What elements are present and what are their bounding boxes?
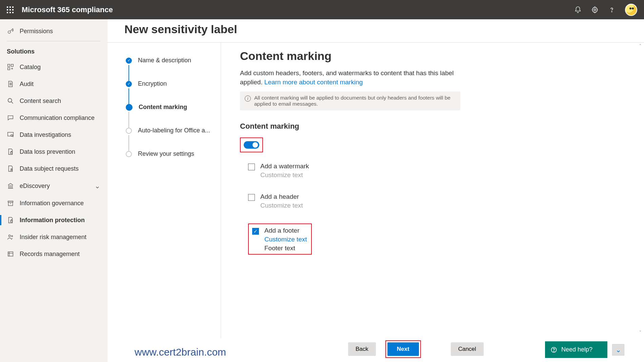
notification-icon[interactable] (574, 6, 582, 14)
app-launcher-icon[interactable] (7, 6, 14, 13)
top-bar: Microsoft 365 compliance (0, 0, 644, 19)
sidebar-item-audit[interactable]: Audit (0, 76, 107, 92)
sidebar-item-communication-compliance[interactable]: Communication compliance (0, 109, 107, 126)
scroll-down-icon[interactable]: ˅ (638, 330, 643, 335)
checkbox-footer[interactable]: ✓ (252, 228, 259, 235)
sidebar-heading-solutions: Solutions (0, 43, 107, 59)
svg-rect-4 (11, 64, 13, 66)
grid-plus-icon (7, 63, 14, 71)
svg-rect-5 (8, 68, 10, 70)
document-list-icon (7, 80, 14, 88)
content-marking-toggle[interactable] (244, 141, 259, 149)
records-icon (7, 250, 14, 258)
svg-point-18 (554, 351, 554, 351)
document-shield-icon (7, 216, 14, 224)
step-label: Encryption (138, 80, 167, 87)
top-bar-left: Microsoft 365 compliance (7, 5, 113, 14)
step-name-description[interactable]: ✓ Name & description (126, 57, 214, 64)
sidebar-item-permissions[interactable]: Permissions (0, 23, 107, 40)
top-bar-right (574, 4, 637, 16)
sidebar-item-label: Information protection (20, 217, 85, 224)
svg-point-2 (8, 31, 11, 33)
toggle-knob (253, 142, 258, 148)
sidebar-item-label: Catalog (20, 64, 41, 71)
sidebar-item-label: Records management (20, 251, 80, 258)
chat-icon (7, 114, 14, 122)
wizard-buttons: Back Next Cancel (348, 340, 484, 358)
section-subtitle: Content marking (240, 122, 628, 131)
svg-rect-16 (8, 252, 13, 256)
svg-rect-13 (11, 220, 13, 222)
sidebar-item-data-investigations[interactable]: Data investigations (0, 126, 107, 143)
back-button[interactable]: Back (348, 342, 376, 356)
brand-title: Microsoft 365 compliance (22, 5, 113, 14)
svg-rect-12 (8, 202, 13, 206)
customize-text-disabled: Customize text (260, 202, 303, 209)
people-icon (7, 233, 14, 241)
cancel-button[interactable]: Cancel (451, 342, 484, 356)
sidebar-item-label: Content search (20, 98, 61, 105)
option-watermark: Add a watermark Customize text (248, 163, 628, 179)
learn-more-link[interactable]: Learn more about content marking (264, 79, 363, 86)
step-label: Auto-labeling for Office a... (138, 127, 210, 134)
pane-title: Content marking (240, 49, 628, 63)
document-lock-icon (7, 148, 14, 155)
sidebar-item-records-management[interactable]: Records management (0, 246, 107, 262)
step-review[interactable]: Review your settings (126, 150, 214, 157)
sidebar-item-insider-risk-management[interactable]: Insider risk management (0, 229, 107, 246)
info-icon: i (245, 95, 251, 102)
sidebar-item-data-subject-requests[interactable]: Data subject requests (0, 160, 107, 177)
sidebar-item-information-protection[interactable]: Information protection (0, 212, 107, 229)
highlight-toggle (240, 137, 263, 152)
option-texts: Add a footer Customize text Footer text (264, 227, 307, 252)
step-label: Name & description (138, 57, 191, 64)
archive-icon (7, 199, 14, 207)
scroll-up-icon[interactable]: ˄ (638, 44, 643, 48)
marking-options: Add a watermark Customize text Add a hea… (240, 163, 628, 255)
svg-point-0 (594, 9, 596, 11)
sidebar-item-catalog[interactable]: Catalog (0, 59, 107, 76)
sidebar-item-ediscovery[interactable]: eDiscovery ⌄ (0, 177, 107, 195)
step-check-icon: ✓ (126, 81, 132, 87)
step-check-icon: ✓ (126, 58, 132, 64)
avatar[interactable] (625, 4, 637, 16)
option-label: Add a watermark (260, 163, 309, 170)
step-encryption[interactable]: ✓ Encryption (126, 80, 214, 87)
sidebar: Permissions Solutions Catalog Audit Cont… (0, 19, 107, 362)
building-icon (7, 182, 14, 190)
sidebar-item-label: eDiscovery (20, 183, 50, 190)
sidebar-item-data-loss-prevention[interactable]: Data loss prevention (0, 143, 107, 160)
gear-icon[interactable] (591, 6, 599, 14)
step-circle-icon (126, 128, 132, 134)
page-title: New sensitivity label (124, 23, 237, 36)
step-current-icon (126, 104, 133, 111)
step-content-marking[interactable]: Content marking (126, 104, 214, 111)
option-texts: Add a watermark Customize text (260, 163, 309, 179)
next-button[interactable]: Next (387, 342, 419, 356)
wizard-stepper: ✓ Name & description ✓ Encryption Conten… (107, 42, 221, 338)
sidebar-item-label: Communication compliance (20, 114, 95, 122)
content-pane: Content marking Add custom headers, foot… (221, 42, 644, 338)
info-callout: i All content marking will be applied to… (240, 91, 460, 110)
monitor-search-icon (7, 131, 14, 139)
pane-description: Add custom headers, footers, and waterma… (240, 69, 460, 87)
document-person-icon (7, 165, 14, 172)
sidebar-item-content-search[interactable]: Content search (0, 92, 107, 109)
sidebar-item-information-governance[interactable]: Information governance (0, 195, 107, 212)
need-help-chevron[interactable]: ⌄ (612, 344, 624, 356)
sidebar-item-label: Audit (20, 81, 34, 88)
checkbox-watermark[interactable] (248, 164, 255, 170)
checkbox-header[interactable] (248, 194, 255, 201)
svg-rect-9 (11, 152, 13, 154)
customize-text-link[interactable]: Customize text (264, 236, 307, 243)
sidebar-item-label: Permissions (20, 28, 53, 35)
need-help-region: Need help? ⌄ (545, 341, 624, 358)
step-auto-labeling[interactable]: Auto-labeling for Office a... (126, 127, 214, 134)
svg-point-14 (9, 235, 11, 237)
help-icon[interactable] (608, 6, 616, 14)
sidebar-separator (7, 41, 100, 41)
option-header: Add a header Customize text (248, 193, 628, 209)
svg-point-6 (8, 99, 12, 102)
need-help-button[interactable]: Need help? (545, 341, 607, 358)
option-label: Add a footer (264, 227, 307, 234)
